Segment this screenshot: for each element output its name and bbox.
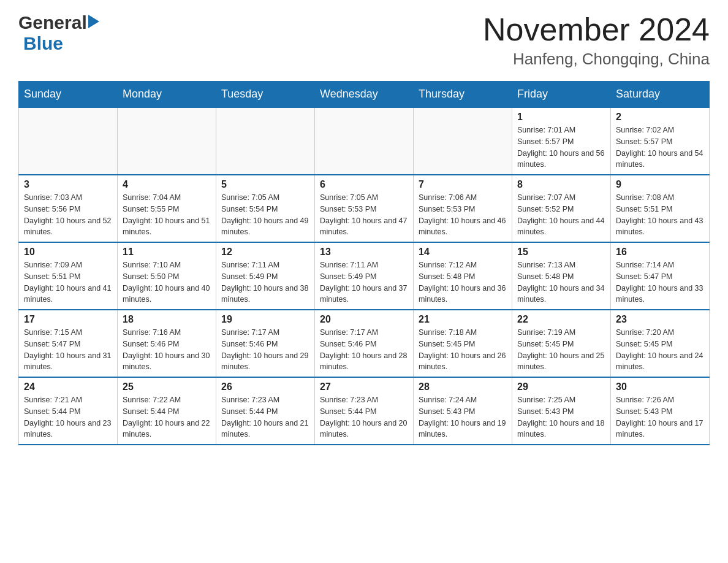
calendar-day-cell: 4Sunrise: 7:04 AMSunset: 5:55 PMDaylight… bbox=[118, 175, 216, 242]
calendar-day-cell: 20Sunrise: 7:17 AMSunset: 5:46 PMDayligh… bbox=[315, 310, 414, 377]
calendar-day-cell: 22Sunrise: 7:19 AMSunset: 5:45 PMDayligh… bbox=[512, 310, 611, 377]
day-of-week-header: Tuesday bbox=[216, 82, 315, 108]
calendar-day-cell: 8Sunrise: 7:07 AMSunset: 5:52 PMDaylight… bbox=[512, 175, 611, 242]
day-number: 25 bbox=[123, 381, 211, 393]
day-info: Sunrise: 7:08 AMSunset: 5:51 PMDaylight:… bbox=[616, 192, 704, 238]
day-info: Sunrise: 7:23 AMSunset: 5:44 PMDaylight:… bbox=[221, 394, 309, 440]
day-info: Sunrise: 7:20 AMSunset: 5:45 PMDaylight:… bbox=[616, 327, 704, 373]
day-info: Sunrise: 7:06 AMSunset: 5:53 PMDaylight:… bbox=[419, 192, 507, 238]
day-info: Sunrise: 7:02 AMSunset: 5:57 PMDaylight:… bbox=[616, 124, 704, 170]
logo-chevron-icon bbox=[88, 15, 99, 31]
day-info: Sunrise: 7:01 AMSunset: 5:57 PMDaylight:… bbox=[517, 124, 605, 170]
day-number: 4 bbox=[123, 179, 211, 190]
day-number: 5 bbox=[221, 179, 309, 190]
day-info: Sunrise: 7:21 AMSunset: 5:44 PMDaylight:… bbox=[24, 394, 112, 440]
calendar-week-row: 1Sunrise: 7:01 AMSunset: 5:57 PMDaylight… bbox=[19, 107, 710, 175]
day-info: Sunrise: 7:07 AMSunset: 5:52 PMDaylight:… bbox=[517, 192, 605, 238]
calendar-day-cell: 14Sunrise: 7:12 AMSunset: 5:48 PMDayligh… bbox=[414, 242, 512, 310]
day-info: Sunrise: 7:13 AMSunset: 5:48 PMDaylight:… bbox=[517, 259, 605, 305]
day-number: 28 bbox=[419, 381, 507, 393]
calendar-day-cell: 12Sunrise: 7:11 AMSunset: 5:49 PMDayligh… bbox=[216, 242, 315, 310]
calendar-day-cell bbox=[19, 107, 118, 175]
calendar-day-cell bbox=[414, 107, 512, 175]
day-number: 3 bbox=[24, 179, 112, 190]
day-number: 13 bbox=[320, 247, 408, 258]
day-of-week-header: Monday bbox=[118, 82, 216, 108]
calendar-day-cell: 29Sunrise: 7:25 AMSunset: 5:43 PMDayligh… bbox=[512, 377, 611, 445]
calendar-day-cell: 10Sunrise: 7:09 AMSunset: 5:51 PMDayligh… bbox=[19, 242, 118, 310]
calendar-day-cell: 30Sunrise: 7:26 AMSunset: 5:43 PMDayligh… bbox=[611, 377, 710, 445]
day-number: 30 bbox=[616, 381, 704, 393]
calendar-day-cell: 1Sunrise: 7:01 AMSunset: 5:57 PMDaylight… bbox=[512, 107, 611, 175]
calendar-day-cell: 19Sunrise: 7:17 AMSunset: 5:46 PMDayligh… bbox=[216, 310, 315, 377]
day-info: Sunrise: 7:19 AMSunset: 5:45 PMDaylight:… bbox=[517, 327, 605, 373]
month-year-title: November 2024 bbox=[483, 12, 710, 47]
day-number: 2 bbox=[616, 112, 704, 123]
calendar-day-cell: 23Sunrise: 7:20 AMSunset: 5:45 PMDayligh… bbox=[611, 310, 710, 377]
day-info: Sunrise: 7:24 AMSunset: 5:43 PMDaylight:… bbox=[419, 394, 507, 440]
day-info: Sunrise: 7:26 AMSunset: 5:43 PMDaylight:… bbox=[616, 394, 704, 440]
calendar-day-cell: 5Sunrise: 7:05 AMSunset: 5:54 PMDaylight… bbox=[216, 175, 315, 242]
day-info: Sunrise: 7:11 AMSunset: 5:49 PMDaylight:… bbox=[221, 259, 309, 305]
day-info: Sunrise: 7:10 AMSunset: 5:50 PMDaylight:… bbox=[123, 259, 211, 305]
day-number: 11 bbox=[123, 247, 211, 258]
day-number: 18 bbox=[123, 314, 211, 325]
calendar-day-cell: 25Sunrise: 7:22 AMSunset: 5:44 PMDayligh… bbox=[118, 377, 216, 445]
day-number: 7 bbox=[419, 179, 507, 190]
svg-marker-0 bbox=[88, 15, 99, 28]
day-info: Sunrise: 7:14 AMSunset: 5:47 PMDaylight:… bbox=[616, 259, 704, 305]
calendar-day-cell: 24Sunrise: 7:21 AMSunset: 5:44 PMDayligh… bbox=[19, 377, 118, 445]
calendar-header-row: SundayMondayTuesdayWednesdayThursdayFrid… bbox=[19, 82, 710, 108]
calendar-day-cell: 13Sunrise: 7:11 AMSunset: 5:49 PMDayligh… bbox=[315, 242, 414, 310]
calendar-day-cell: 9Sunrise: 7:08 AMSunset: 5:51 PMDaylight… bbox=[611, 175, 710, 242]
calendar-day-cell: 6Sunrise: 7:05 AMSunset: 5:53 PMDaylight… bbox=[315, 175, 414, 242]
day-number: 27 bbox=[320, 381, 408, 393]
calendar-week-row: 3Sunrise: 7:03 AMSunset: 5:56 PMDaylight… bbox=[19, 175, 710, 242]
calendar-day-cell: 11Sunrise: 7:10 AMSunset: 5:50 PMDayligh… bbox=[118, 242, 216, 310]
day-number: 14 bbox=[419, 247, 507, 258]
calendar-day-cell bbox=[216, 107, 315, 175]
day-of-week-header: Sunday bbox=[19, 82, 118, 108]
calendar-table: SundayMondayTuesdayWednesdayThursdayFrid… bbox=[18, 81, 710, 445]
day-number: 23 bbox=[616, 314, 704, 325]
calendar-day-cell: 7Sunrise: 7:06 AMSunset: 5:53 PMDaylight… bbox=[414, 175, 512, 242]
day-number: 24 bbox=[24, 381, 112, 393]
day-number: 8 bbox=[517, 179, 605, 190]
day-info: Sunrise: 7:05 AMSunset: 5:54 PMDaylight:… bbox=[221, 192, 309, 238]
calendar-day-cell: 2Sunrise: 7:02 AMSunset: 5:57 PMDaylight… bbox=[611, 107, 710, 175]
day-info: Sunrise: 7:15 AMSunset: 5:47 PMDaylight:… bbox=[24, 327, 112, 373]
calendar-week-row: 10Sunrise: 7:09 AMSunset: 5:51 PMDayligh… bbox=[19, 242, 710, 310]
day-of-week-header: Wednesday bbox=[315, 82, 414, 108]
day-number: 15 bbox=[517, 247, 605, 258]
calendar-day-cell: 16Sunrise: 7:14 AMSunset: 5:47 PMDayligh… bbox=[611, 242, 710, 310]
day-info: Sunrise: 7:12 AMSunset: 5:48 PMDaylight:… bbox=[419, 259, 507, 305]
calendar-day-cell bbox=[315, 107, 414, 175]
day-number: 16 bbox=[616, 247, 704, 258]
calendar-day-cell: 3Sunrise: 7:03 AMSunset: 5:56 PMDaylight… bbox=[19, 175, 118, 242]
calendar-day-cell: 17Sunrise: 7:15 AMSunset: 5:47 PMDayligh… bbox=[19, 310, 118, 377]
day-number: 1 bbox=[517, 112, 605, 123]
day-info: Sunrise: 7:04 AMSunset: 5:55 PMDaylight:… bbox=[123, 192, 211, 238]
day-number: 6 bbox=[320, 179, 408, 190]
day-number: 26 bbox=[221, 381, 309, 393]
day-info: Sunrise: 7:11 AMSunset: 5:49 PMDaylight:… bbox=[320, 259, 408, 305]
day-of-week-header: Saturday bbox=[611, 82, 710, 108]
calendar-day-cell: 15Sunrise: 7:13 AMSunset: 5:48 PMDayligh… bbox=[512, 242, 611, 310]
day-number: 17 bbox=[24, 314, 112, 325]
day-info: Sunrise: 7:17 AMSunset: 5:46 PMDaylight:… bbox=[320, 327, 408, 373]
logo-general: General bbox=[18, 12, 87, 33]
calendar-day-cell: 18Sunrise: 7:16 AMSunset: 5:46 PMDayligh… bbox=[118, 310, 216, 377]
calendar-day-cell: 21Sunrise: 7:18 AMSunset: 5:45 PMDayligh… bbox=[414, 310, 512, 377]
day-number: 22 bbox=[517, 314, 605, 325]
day-info: Sunrise: 7:23 AMSunset: 5:44 PMDaylight:… bbox=[320, 394, 408, 440]
location-subtitle: Hanfeng, Chongqing, China bbox=[483, 50, 710, 69]
calendar-week-row: 17Sunrise: 7:15 AMSunset: 5:47 PMDayligh… bbox=[19, 310, 710, 377]
calendar-day-cell: 26Sunrise: 7:23 AMSunset: 5:44 PMDayligh… bbox=[216, 377, 315, 445]
day-info: Sunrise: 7:18 AMSunset: 5:45 PMDaylight:… bbox=[419, 327, 507, 373]
day-of-week-header: Thursday bbox=[414, 82, 512, 108]
day-number: 21 bbox=[419, 314, 507, 325]
day-of-week-header: Friday bbox=[512, 82, 611, 108]
day-number: 20 bbox=[320, 314, 408, 325]
day-info: Sunrise: 7:22 AMSunset: 5:44 PMDaylight:… bbox=[123, 394, 211, 440]
day-info: Sunrise: 7:05 AMSunset: 5:53 PMDaylight:… bbox=[320, 192, 408, 238]
